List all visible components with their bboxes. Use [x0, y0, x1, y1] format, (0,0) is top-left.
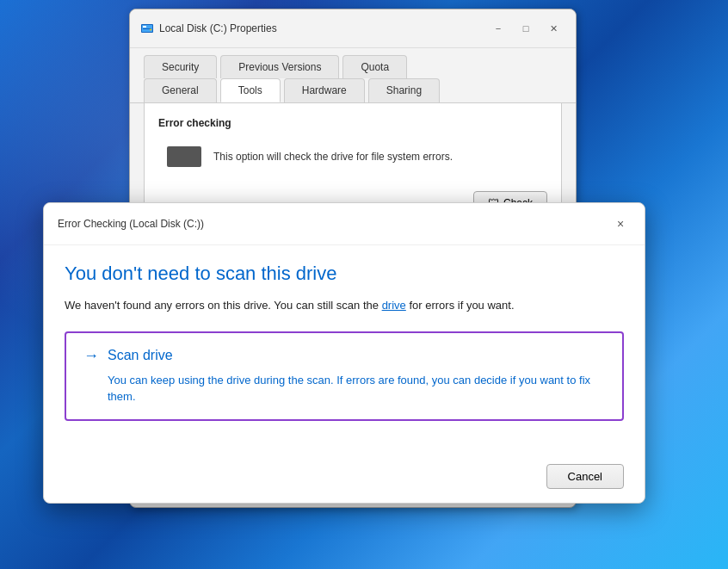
minimize-button[interactable]: −: [486, 16, 510, 40]
scan-option-header: → Scan drive: [83, 347, 605, 365]
error-dialog-title: Error Checking (Local Disk (C:)): [58, 218, 204, 230]
error-checking-dialog: Error Checking (Local Disk (C:)) × You d…: [43, 202, 645, 504]
tab-general[interactable]: General: [144, 78, 217, 102]
hard-drive-icon: [167, 146, 201, 167]
tab-previous-versions[interactable]: Previous Versions: [220, 55, 339, 78]
error-dialog-description: We haven't found any errors on this driv…: [65, 297, 624, 314]
drive-link: drive: [382, 299, 406, 312]
scan-drive-description: You can keep using the drive during the …: [108, 372, 605, 405]
properties-title-area: Local Disk (C:) Properties: [140, 22, 277, 35]
tab-tools[interactable]: Tools: [220, 78, 281, 102]
svg-rect-2: [143, 26, 146, 28]
error-dialog-body: You don't need to scan this drive We hav…: [44, 245, 645, 455]
error-dialog-heading: You don't need to scan this drive: [65, 263, 624, 285]
maximize-button[interactable]: □: [514, 16, 538, 40]
tab-sharing[interactable]: Sharing: [368, 78, 440, 102]
arrow-right-icon: →: [83, 347, 99, 365]
svg-point-4: [150, 29, 151, 31]
error-dialog-titlebar: Error Checking (Local Disk (C:)) ×: [44, 203, 645, 245]
tab-quota[interactable]: Quota: [342, 55, 407, 78]
scan-drive-title: Scan drive: [108, 348, 173, 363]
close-button[interactable]: ✕: [541, 16, 565, 40]
desktop: Local Disk (C:) Properties − □ ✕ Securit…: [0, 0, 728, 569]
tab-security[interactable]: Security: [144, 55, 217, 78]
properties-window-title: Local Disk (C:) Properties: [159, 22, 277, 34]
tab-hardware[interactable]: Hardware: [284, 78, 365, 102]
properties-titlebar: Local Disk (C:) Properties − □ ✕: [130, 9, 576, 48]
error-dialog-cancel-button[interactable]: Cancel: [546, 464, 624, 489]
scan-drive-option[interactable]: → Scan drive You can keep using the driv…: [65, 331, 624, 421]
error-dialog-close-button[interactable]: ×: [608, 212, 632, 236]
error-dialog-footer: Cancel: [44, 455, 645, 503]
error-checking-label: Error checking: [158, 117, 547, 129]
error-checking-description: This option will check the drive for fil…: [213, 151, 453, 163]
drive-properties-icon: [140, 22, 154, 35]
titlebar-controls: − □ ✕: [486, 16, 565, 40]
